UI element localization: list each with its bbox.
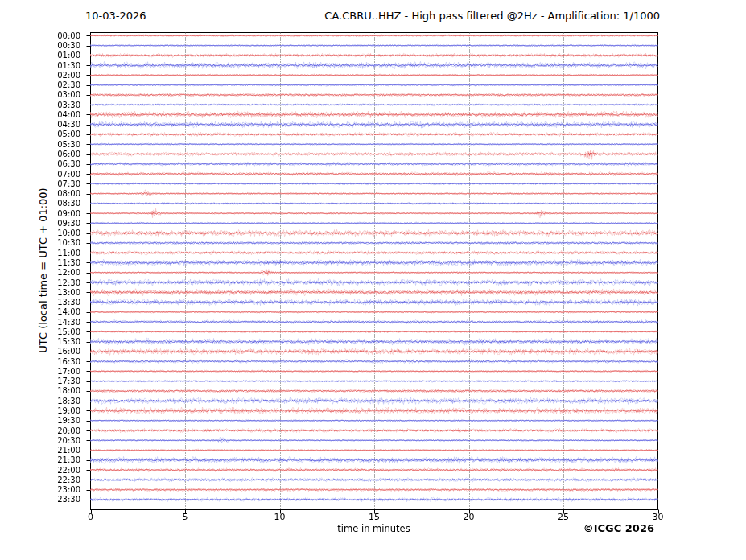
y-tick-label: 08:00 [32, 189, 80, 198]
y-tick-label: 16:30 [32, 357, 80, 366]
y-tick-label: 11:30 [32, 258, 80, 267]
x-tick-label: 20 [457, 513, 481, 522]
y-tick-label: 05:00 [32, 130, 80, 138]
y-tick-label: 11:00 [32, 249, 80, 257]
y-tick-label: 02:00 [32, 71, 80, 80]
x-tick-label: 15 [362, 513, 386, 522]
x-tick-label: 5 [173, 513, 197, 522]
y-tick-label: 13:30 [32, 298, 80, 307]
y-tick-label: 22:30 [32, 476, 80, 484]
y-tick-label: 06:00 [32, 150, 80, 159]
helicorder-page: 10-03-2026 CA.CBRU..HHZ - High pass filt… [0, 0, 746, 560]
y-tick-label: 03:30 [32, 101, 80, 109]
y-tick-label: 01:30 [32, 61, 80, 70]
helicorder-canvas [0, 0, 746, 560]
y-tick-label: 20:30 [32, 436, 80, 445]
y-tick-label: 18:00 [32, 386, 80, 395]
y-tick-label: 17:00 [32, 367, 80, 376]
y-tick-label: 00:30 [32, 41, 80, 50]
y-tick-label: 14:30 [32, 318, 80, 327]
x-tick-label: 25 [551, 513, 575, 522]
y-tick-label: 08:30 [32, 199, 80, 208]
y-tick-label: 04:00 [32, 110, 80, 119]
y-tick-label: 06:30 [32, 159, 80, 168]
x-tick-label: 30 [646, 513, 670, 522]
y-tick-label: 07:00 [32, 170, 80, 179]
y-tick-label: 23:30 [32, 495, 80, 504]
y-tick-label: 10:00 [32, 229, 80, 237]
y-tick-label: 16:00 [32, 347, 80, 356]
y-tick-label: 09:00 [32, 209, 80, 218]
x-tick-label: 10 [268, 513, 292, 522]
y-tick-label: 03:00 [32, 90, 80, 99]
y-tick-label: 22:00 [32, 466, 80, 475]
y-tick-label: 10:30 [32, 238, 80, 247]
y-tick-label: 02:30 [32, 80, 80, 89]
y-tick-label: 12:30 [32, 278, 80, 287]
y-tick-label: 09:30 [32, 219, 80, 228]
y-tick-label: 20:00 [32, 426, 80, 435]
y-tick-label: 15:00 [32, 327, 80, 336]
y-tick-label: 15:30 [32, 337, 80, 346]
x-axis-title: time in minutes [293, 523, 455, 534]
y-tick-label: 14:00 [32, 307, 80, 316]
y-tick-label: 07:30 [32, 179, 80, 188]
y-tick-label: 23:00 [32, 485, 80, 494]
y-tick-label: 01:00 [32, 51, 80, 60]
y-tick-label: 21:00 [32, 446, 80, 455]
y-tick-label: 19:30 [32, 416, 80, 425]
x-tick-label: 0 [79, 513, 103, 522]
copyright: ©ICGC 2026 [583, 522, 654, 534]
y-tick-label: 13:00 [32, 288, 80, 297]
y-tick-label: 19:00 [32, 406, 80, 415]
y-tick-label: 00:00 [32, 31, 80, 40]
y-tick-label: 21:30 [32, 455, 80, 464]
y-tick-label: 05:30 [32, 140, 80, 149]
y-tick-label: 12:00 [32, 268, 80, 277]
y-tick-label: 17:30 [32, 377, 80, 385]
y-tick-label: 04:30 [32, 120, 80, 129]
y-tick-label: 18:30 [32, 397, 80, 406]
